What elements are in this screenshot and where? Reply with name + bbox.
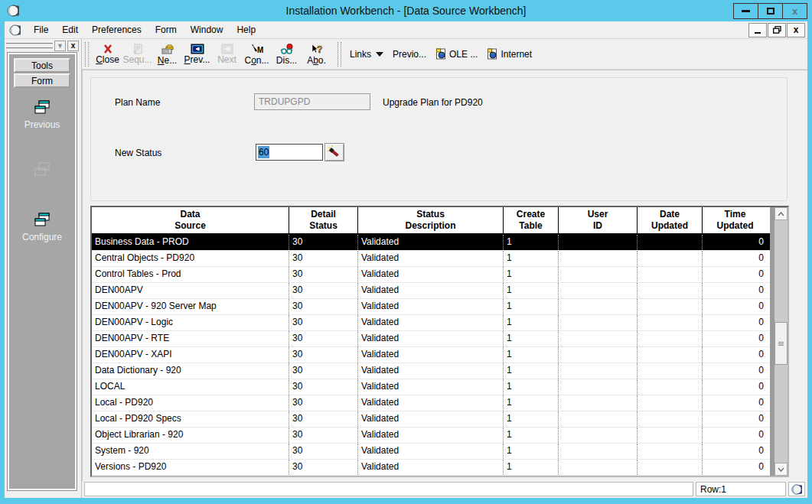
cell: System - 920	[92, 444, 289, 459]
table-row[interactable]: Data Dictionary - 92030Validated10	[92, 363, 770, 379]
cell: Validated	[358, 235, 504, 250]
cell: 30	[289, 251, 358, 266]
links-caret-icon[interactable]	[376, 52, 383, 57]
link-internet[interactable]: Internet	[487, 48, 532, 60]
vertical-scrollbar[interactable]	[774, 207, 788, 476]
cell: 0	[703, 235, 768, 250]
panel-close-button[interactable]: x	[67, 41, 79, 51]
menubar: FileEditPreferencesFormWindowHelp x	[5, 21, 807, 39]
cell	[638, 363, 703, 379]
previous-button[interactable]: Prev...	[182, 41, 212, 68]
menu-preferences[interactable]: Preferences	[85, 22, 148, 37]
column-header-time-updated[interactable]: TimeUpdated	[703, 207, 768, 233]
menu-window[interactable]: Window	[184, 22, 230, 37]
cell	[559, 315, 638, 330]
cell: 0	[703, 444, 768, 459]
grid-body: DataSourceDetailStatusStatusDescriptionC…	[92, 207, 770, 476]
table-row[interactable]: System - 92030Validated10	[92, 444, 770, 460]
dropdown-button[interactable]: ▼	[54, 41, 66, 51]
disable-button[interactable]: Dis...	[272, 41, 302, 68]
table-row[interactable]: DEN00APV30Validated10	[92, 283, 770, 299]
table-row[interactable]: LOCAL30Validated10	[92, 379, 770, 395]
table-row[interactable]: DEN00APV - Logic30Validated10	[92, 315, 770, 331]
menu-help[interactable]: Help	[230, 22, 263, 37]
minimize-button[interactable]	[733, 3, 758, 19]
close-button[interactable]: Close	[93, 41, 122, 68]
menu-edit[interactable]: Edit	[55, 22, 85, 37]
visual-assist-button[interactable]	[324, 143, 344, 161]
toolbar-handle: ▼ x	[5, 39, 81, 52]
cell: Validated	[358, 395, 504, 411]
column-header-user-id[interactable]: UserID	[559, 207, 638, 233]
status-bar: Row:1	[82, 481, 807, 498]
grid-header-row: DataSourceDetailStatusStatusDescriptionC…	[92, 207, 770, 235]
link-previous[interactable]: Previo...	[393, 49, 426, 60]
sidebar-item-configure[interactable]: Configure	[9, 213, 75, 242]
table-row[interactable]: Central Objects - PD92030Validated10	[92, 251, 770, 267]
mdi-restore-button[interactable]	[768, 23, 786, 37]
cell	[638, 347, 703, 363]
cell: Object Librarian - 920	[92, 428, 289, 443]
table-row[interactable]: Object Librarian - 92030Validated10	[92, 428, 770, 444]
table-row[interactable]: Versions - PD92030Validated10	[92, 460, 770, 476]
about-button[interactable]: ? Abo.	[302, 41, 331, 68]
toolbar-grip[interactable]	[338, 42, 341, 67]
scroll-up-button[interactable]	[774, 207, 788, 220]
column-header-create-table[interactable]: CreateTable	[504, 207, 559, 233]
link-ole[interactable]: OLE ...	[435, 48, 478, 60]
cell	[559, 251, 638, 266]
close-window-button[interactable]: x	[782, 3, 807, 19]
cell: DEN00APV - XAPI	[92, 347, 289, 363]
tab-form[interactable]: Form	[14, 73, 70, 88]
scroll-down-button[interactable]	[774, 463, 788, 476]
cell	[638, 331, 703, 346]
cell: 0	[703, 267, 768, 282]
cell: 1	[504, 251, 559, 266]
cell: 1	[504, 444, 559, 459]
mdi-close-icon: x	[794, 25, 799, 34]
table-row[interactable]: DEN00APV - RTE30Validated10	[92, 331, 770, 347]
cell	[638, 235, 703, 250]
column-header-detail-status[interactable]: DetailStatus	[289, 207, 358, 233]
column-header-status-description[interactable]: StatusDescription	[358, 207, 504, 233]
status-row-indicator: Row:1	[696, 482, 786, 496]
maximize-button[interactable]	[758, 3, 783, 19]
cell: 1	[504, 428, 559, 443]
column-header-date-updated[interactable]: DateUpdated	[638, 207, 703, 233]
grip-lines[interactable]	[6, 43, 53, 49]
table-row[interactable]: Local - PD92030Validated10	[92, 395, 770, 411]
mdi-minimize-icon	[755, 32, 761, 34]
sidebar-item-previous[interactable]: Previous	[9, 100, 75, 130]
continue-button[interactable]: M Con...	[242, 41, 272, 68]
cell	[638, 428, 703, 443]
new-status-label: New Status	[115, 148, 161, 158]
links-label[interactable]: Links	[350, 49, 371, 60]
scrollbar-thumb[interactable]	[774, 322, 788, 365]
mdi-close-button[interactable]: x	[787, 23, 805, 37]
cell: 1	[504, 315, 559, 330]
plan-name-field[interactable]: TRDUPGPD	[254, 93, 370, 110]
tab-tools[interactable]: Tools	[14, 58, 70, 73]
column-header-data-source[interactable]: DataSource	[92, 207, 289, 233]
cascade-windows-icon	[33, 100, 51, 115]
cell: 30	[289, 379, 358, 395]
mdi-minimize-button[interactable]	[748, 23, 767, 37]
menu-form[interactable]: Form	[148, 22, 184, 37]
cell	[559, 347, 638, 363]
toolbar-grip[interactable]	[85, 42, 89, 67]
table-row[interactable]: Business Data - PROD30Validated10	[92, 235, 770, 251]
cell	[559, 331, 638, 346]
table-row[interactable]: DEN00APV - XAPI30Validated10	[92, 347, 770, 363]
cell: LOCAL	[92, 379, 289, 395]
cell: 0	[703, 379, 768, 395]
menu-file[interactable]: File	[27, 22, 55, 37]
new-status-field[interactable]: 60	[256, 144, 323, 161]
exit-panel: Tools Form Previous	[8, 53, 77, 490]
header-group-box: Plan Name TRDUPGPD Upgrade Plan for PD92…	[90, 77, 788, 201]
next-plan-button[interactable]: Ne...	[152, 41, 182, 68]
cascade-windows-icon	[33, 213, 51, 227]
table-row[interactable]: Control Tables - Prod30Validated10	[92, 267, 770, 283]
table-row[interactable]: Local - PD920 Specs30Validated10	[92, 411, 770, 428]
table-row[interactable]: DEN00APV - 920 Server Map30Validated10	[92, 299, 770, 315]
sequence-icon	[132, 44, 144, 54]
